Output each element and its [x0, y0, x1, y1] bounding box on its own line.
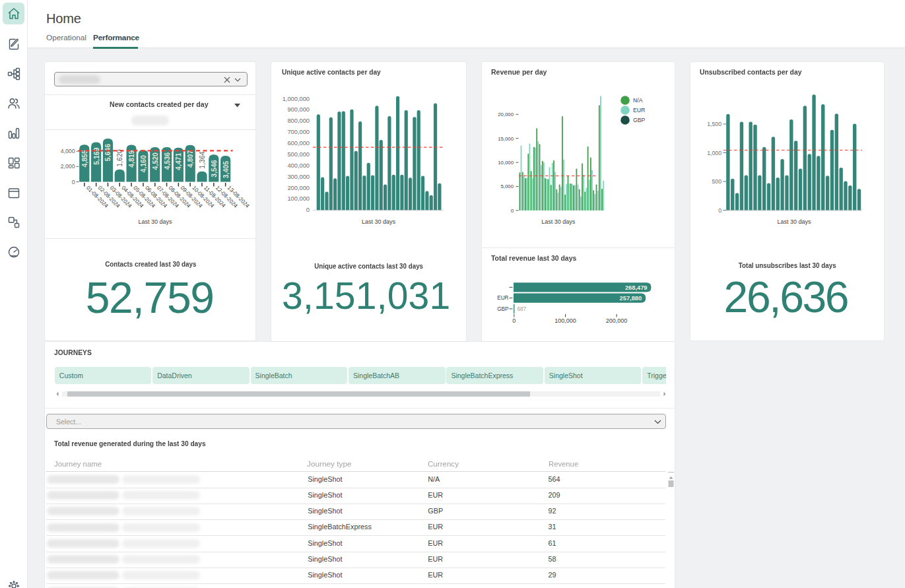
svg-text:4,536: 4,536 [163, 152, 171, 170]
svg-text:GBP: GBP [497, 306, 509, 312]
svg-text:5,000: 5,000 [500, 183, 514, 189]
svg-text:687: 687 [518, 306, 527, 312]
svg-text:15,000: 15,000 [498, 136, 514, 142]
svg-text:0: 0 [718, 207, 721, 214]
svg-text:300,000: 300,000 [287, 174, 310, 180]
svg-text:4,855: 4,855 [81, 150, 88, 167]
svg-text:4,819: 4,819 [127, 150, 135, 167]
svg-text:N/A: N/A [633, 97, 643, 104]
svg-text:Last 30 days: Last 30 days [138, 218, 172, 225]
svg-text:4,000: 4,000 [61, 148, 75, 154]
svg-text:0: 0 [72, 179, 75, 185]
svg-text:257,880: 257,880 [620, 295, 642, 302]
svg-text:1,364: 1,364 [198, 151, 206, 168]
svg-text:Last 30 days: Last 30 days [541, 218, 576, 225]
svg-text:500,000: 500,000 [287, 151, 310, 158]
svg-text:1,620: 1,620 [116, 149, 123, 166]
svg-text:20,000: 20,000 [498, 112, 514, 117]
svg-text:EUR: EUR [633, 107, 645, 114]
svg-text:4,471: 4,471 [174, 152, 182, 170]
svg-text:100,000: 100,000 [287, 195, 310, 202]
svg-text:EUR: EUR [497, 295, 508, 301]
svg-text:400,000: 400,000 [287, 162, 310, 169]
svg-text:4,807: 4,807 [186, 150, 194, 168]
svg-text:268,479: 268,479 [625, 284, 648, 291]
svg-text:3,405: 3,405 [222, 161, 230, 178]
svg-text:1,000,000: 1,000,000 [283, 96, 310, 102]
svg-text:GBP: GBP [633, 117, 646, 123]
svg-text:0: 0 [512, 317, 516, 324]
svg-text:10,000: 10,000 [498, 160, 514, 166]
svg-text:100,000: 100,000 [554, 317, 576, 324]
svg-text:Last 30 days: Last 30 days [777, 218, 811, 225]
svg-text:0: 0 [511, 208, 514, 214]
svg-text:200,000: 200,000 [606, 317, 628, 324]
svg-text:2,000: 2,000 [61, 163, 75, 170]
svg-text:800,000: 800,000 [287, 117, 310, 124]
svg-text:4,160: 4,160 [139, 155, 147, 172]
svg-text:600,000: 600,000 [287, 140, 310, 147]
svg-text:900,000: 900,000 [287, 106, 310, 113]
svg-text:Last 30 days: Last 30 days [362, 218, 396, 225]
svg-text:0: 0 [306, 207, 310, 213]
svg-text:200,000: 200,000 [287, 185, 310, 191]
svg-text:700,000: 700,000 [287, 129, 310, 135]
svg-text:3,546: 3,546 [210, 160, 218, 177]
svg-text:5,646: 5,646 [104, 144, 112, 161]
svg-text:1,500: 1,500 [707, 121, 721, 127]
svg-text:500: 500 [712, 178, 722, 185]
svg-text:1,000: 1,000 [707, 150, 721, 156]
svg-text:4,520: 4,520 [151, 152, 159, 170]
